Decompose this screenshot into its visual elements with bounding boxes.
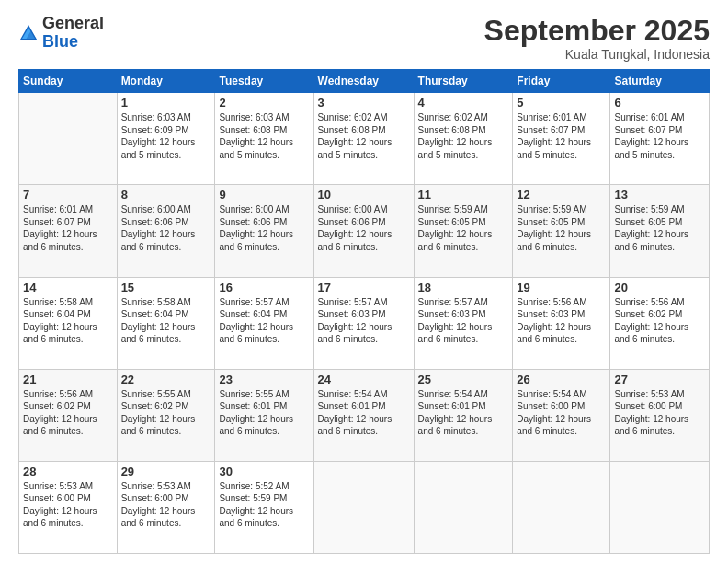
cell-info-text: Sunrise: 5:53 AMSunset: 6:00 PMDaylight:… <box>23 480 113 530</box>
calendar-week-row: 1Sunrise: 6:03 AMSunset: 6:09 PMDaylight… <box>19 93 710 185</box>
cell-day-number: 25 <box>418 373 509 386</box>
cell-info-text: Sunrise: 5:53 AMSunset: 6:00 PMDaylight:… <box>614 388 705 438</box>
cell-info-text: Sunrise: 6:01 AMSunset: 6:07 PMDaylight:… <box>23 203 113 253</box>
calendar-cell <box>513 461 610 553</box>
calendar-cell: 11Sunrise: 5:59 AMSunset: 6:05 PMDayligh… <box>414 185 513 277</box>
cell-info-text: Sunrise: 5:59 AMSunset: 6:05 PMDaylight:… <box>517 203 606 253</box>
calendar-cell: 2Sunrise: 6:03 AMSunset: 6:08 PMDaylight… <box>215 93 313 185</box>
calendar-cell <box>414 461 513 553</box>
calendar-cell: 24Sunrise: 5:54 AMSunset: 6:01 PMDayligh… <box>313 369 414 461</box>
cell-day-number: 24 <box>318 373 410 386</box>
cell-info-text: Sunrise: 5:55 AMSunset: 6:02 PMDaylight:… <box>121 388 211 438</box>
cell-info-text: Sunrise: 5:57 AMSunset: 6:04 PMDaylight:… <box>219 296 309 346</box>
day-header-saturday: Saturday <box>610 70 710 93</box>
cell-info-text: Sunrise: 5:59 AMSunset: 6:05 PMDaylight:… <box>614 203 705 253</box>
calendar-week-row: 7Sunrise: 6:01 AMSunset: 6:07 PMDaylight… <box>19 185 710 277</box>
cell-info-text: Sunrise: 6:02 AMSunset: 6:08 PMDaylight:… <box>318 111 410 161</box>
cell-day-number: 15 <box>121 281 211 294</box>
cell-day-number: 20 <box>614 281 705 294</box>
day-header-friday: Friday <box>513 70 610 93</box>
cell-info-text: Sunrise: 5:56 AMSunset: 6:03 PMDaylight:… <box>517 296 606 346</box>
calendar-cell: 19Sunrise: 5:56 AMSunset: 6:03 PMDayligh… <box>513 277 610 369</box>
calendar-cell <box>610 461 710 553</box>
cell-info-text: Sunrise: 5:59 AMSunset: 6:05 PMDaylight:… <box>418 203 509 253</box>
cell-info-text: Sunrise: 6:03 AMSunset: 6:08 PMDaylight:… <box>219 111 309 161</box>
logo-icon <box>18 23 39 43</box>
cell-day-number: 8 <box>121 188 211 201</box>
cell-info-text: Sunrise: 6:00 AMSunset: 6:06 PMDaylight:… <box>219 203 309 253</box>
cell-info-text: Sunrise: 5:58 AMSunset: 6:04 PMDaylight:… <box>23 296 113 346</box>
cell-day-number: 11 <box>418 188 509 201</box>
calendar-cell: 10Sunrise: 6:00 AMSunset: 6:06 PMDayligh… <box>313 185 414 277</box>
cell-info-text: Sunrise: 5:55 AMSunset: 6:01 PMDaylight:… <box>219 388 309 438</box>
cell-info-text: Sunrise: 5:53 AMSunset: 6:00 PMDaylight:… <box>121 480 211 530</box>
cell-info-text: Sunrise: 6:00 AMSunset: 6:06 PMDaylight:… <box>318 203 410 253</box>
calendar-cell <box>19 93 118 185</box>
cell-day-number: 29 <box>121 465 211 478</box>
calendar-cell: 28Sunrise: 5:53 AMSunset: 6:00 PMDayligh… <box>19 461 118 553</box>
cell-info-text: Sunrise: 5:54 AMSunset: 6:00 PMDaylight:… <box>517 388 606 438</box>
calendar-cell: 6Sunrise: 6:01 AMSunset: 6:07 PMDaylight… <box>610 93 710 185</box>
day-header-thursday: Thursday <box>414 70 513 93</box>
cell-day-number: 19 <box>517 281 606 294</box>
cell-info-text: Sunrise: 5:57 AMSunset: 6:03 PMDaylight:… <box>418 296 509 346</box>
calendar-cell: 18Sunrise: 5:57 AMSunset: 6:03 PMDayligh… <box>414 277 513 369</box>
cell-info-text: Sunrise: 5:58 AMSunset: 6:04 PMDaylight:… <box>121 296 211 346</box>
calendar-cell: 1Sunrise: 6:03 AMSunset: 6:09 PMDaylight… <box>117 93 215 185</box>
calendar-cell: 15Sunrise: 5:58 AMSunset: 6:04 PMDayligh… <box>117 277 215 369</box>
calendar-cell: 8Sunrise: 6:00 AMSunset: 6:06 PMDaylight… <box>117 185 215 277</box>
location-subtitle: Kuala Tungkal, Indonesia <box>484 47 710 62</box>
calendar-cell: 23Sunrise: 5:55 AMSunset: 6:01 PMDayligh… <box>215 369 313 461</box>
calendar-cell: 22Sunrise: 5:55 AMSunset: 6:02 PMDayligh… <box>117 369 215 461</box>
calendar-cell: 29Sunrise: 5:53 AMSunset: 6:00 PMDayligh… <box>117 461 215 553</box>
cell-day-number: 21 <box>23 373 113 386</box>
calendar-cell <box>313 461 414 553</box>
cell-day-number: 30 <box>219 465 309 478</box>
month-title: September 2025 <box>484 15 710 47</box>
cell-day-number: 16 <box>219 281 309 294</box>
calendar-cell: 4Sunrise: 6:02 AMSunset: 6:08 PMDaylight… <box>414 93 513 185</box>
calendar-cell: 27Sunrise: 5:53 AMSunset: 6:00 PMDayligh… <box>610 369 710 461</box>
calendar-cell: 13Sunrise: 5:59 AMSunset: 6:05 PMDayligh… <box>610 185 710 277</box>
cell-day-number: 1 <box>121 96 211 109</box>
cell-info-text: Sunrise: 6:03 AMSunset: 6:09 PMDaylight:… <box>121 111 211 161</box>
cell-day-number: 3 <box>318 96 410 109</box>
cell-day-number: 27 <box>614 373 705 386</box>
cell-day-number: 12 <box>517 188 606 201</box>
cell-day-number: 10 <box>318 188 410 201</box>
cell-day-number: 17 <box>318 281 410 294</box>
logo-general-text: General <box>42 15 104 33</box>
calendar-cell: 5Sunrise: 6:01 AMSunset: 6:07 PMDaylight… <box>513 93 610 185</box>
cell-day-number: 9 <box>219 188 309 201</box>
calendar-cell: 14Sunrise: 5:58 AMSunset: 6:04 PMDayligh… <box>19 277 118 369</box>
cell-info-text: Sunrise: 5:56 AMSunset: 6:02 PMDaylight:… <box>23 388 113 438</box>
logo: General Blue <box>18 15 104 52</box>
day-header-wednesday: Wednesday <box>313 70 414 93</box>
calendar-cell: 26Sunrise: 5:54 AMSunset: 6:00 PMDayligh… <box>513 369 610 461</box>
calendar-cell: 30Sunrise: 5:52 AMSunset: 5:59 PMDayligh… <box>215 461 313 553</box>
cell-day-number: 28 <box>23 465 113 478</box>
day-header-sunday: Sunday <box>19 70 118 93</box>
calendar-cell: 12Sunrise: 5:59 AMSunset: 6:05 PMDayligh… <box>513 185 610 277</box>
cell-day-number: 13 <box>614 188 705 201</box>
calendar-cell: 7Sunrise: 6:01 AMSunset: 6:07 PMDaylight… <box>19 185 118 277</box>
calendar-cell: 17Sunrise: 5:57 AMSunset: 6:03 PMDayligh… <box>313 277 414 369</box>
calendar-week-row: 21Sunrise: 5:56 AMSunset: 6:02 PMDayligh… <box>19 369 710 461</box>
cell-day-number: 6 <box>614 96 705 109</box>
cell-info-text: Sunrise: 5:56 AMSunset: 6:02 PMDaylight:… <box>614 296 705 346</box>
calendar-cell: 20Sunrise: 5:56 AMSunset: 6:02 PMDayligh… <box>610 277 710 369</box>
cell-day-number: 14 <box>23 281 113 294</box>
calendar-week-row: 28Sunrise: 5:53 AMSunset: 6:00 PMDayligh… <box>19 461 710 553</box>
cell-day-number: 4 <box>418 96 509 109</box>
logo-blue-text: Blue <box>42 33 104 52</box>
title-area: September 2025 Kuala Tungkal, Indonesia <box>484 15 710 62</box>
cell-day-number: 26 <box>517 373 606 386</box>
cell-info-text: Sunrise: 6:00 AMSunset: 6:06 PMDaylight:… <box>121 203 211 253</box>
day-header-tuesday: Tuesday <box>215 70 313 93</box>
cell-day-number: 22 <box>121 373 211 386</box>
calendar-week-row: 14Sunrise: 5:58 AMSunset: 6:04 PMDayligh… <box>19 277 710 369</box>
cell-day-number: 18 <box>418 281 509 294</box>
cell-info-text: Sunrise: 6:01 AMSunset: 6:07 PMDaylight:… <box>614 111 705 161</box>
cell-day-number: 7 <box>23 188 113 201</box>
calendar-table: SundayMondayTuesdayWednesdayThursdayFrid… <box>18 69 710 554</box>
